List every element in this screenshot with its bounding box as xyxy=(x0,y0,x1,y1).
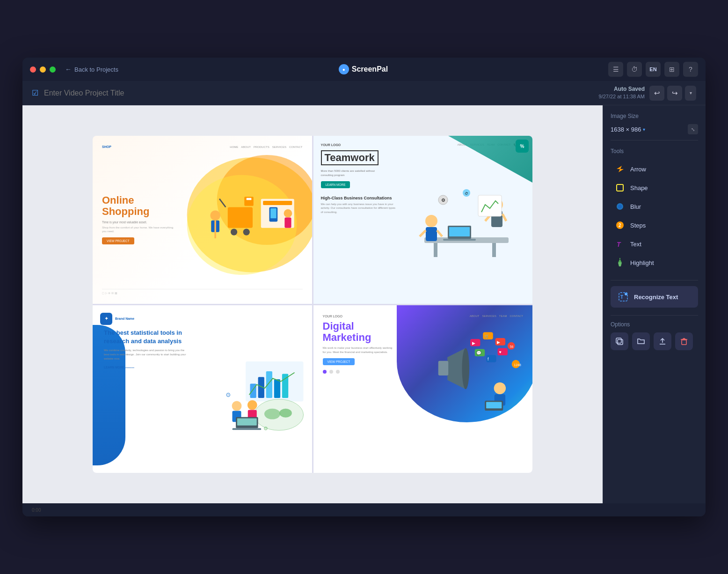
tools-section: Tools Arrow Shape xyxy=(603,142,706,278)
svg-rect-40 xyxy=(266,371,272,398)
svg-text:💬: 💬 xyxy=(476,350,481,356)
folder-button[interactable] xyxy=(632,332,650,350)
slide4-cta[interactable]: VIEW PROJECT xyxy=(323,358,355,365)
svg-rect-15 xyxy=(284,217,291,228)
svg-rect-89 xyxy=(618,339,623,345)
help-icon-button[interactable]: ? xyxy=(683,62,698,77)
recognize-text-label: Recognize Text xyxy=(634,294,678,301)
tool-arrow[interactable]: Arrow xyxy=(611,160,698,178)
tool-highlight[interactable]: Highlight xyxy=(611,254,698,272)
project-title-input[interactable] xyxy=(44,89,593,97)
back-button[interactable]: ← Back to Projects xyxy=(65,66,118,73)
svg-text:T: T xyxy=(620,294,623,300)
delete-button[interactable] xyxy=(675,332,693,350)
options-label: Options xyxy=(611,321,698,328)
resize-icon-button[interactable]: ⤡ xyxy=(688,124,698,134)
svg-line-31 xyxy=(502,214,506,221)
steps-label: Steps xyxy=(630,222,646,229)
image-size-section: Image Size 1638 × 986 ▾ ⤡ xyxy=(603,105,706,138)
svg-text:2: 2 xyxy=(619,223,621,228)
svg-text:▶: ▶ xyxy=(472,340,475,345)
redo-button[interactable]: ↪ xyxy=(667,86,682,101)
svg-line-27 xyxy=(437,230,442,236)
recognize-text-button[interactable]: T + Recognize Text xyxy=(611,286,698,308)
slide-4[interactable]: YOUR LOGO ABOUT SERVICES TEAM CONTACT Di… xyxy=(313,305,533,473)
app-window: ← Back to Projects ● ScreenPal ☰ ⏱ EN ⊞ … xyxy=(22,58,706,516)
svg-point-14 xyxy=(284,209,292,218)
svg-rect-13 xyxy=(270,208,276,218)
back-label: Back to Projects xyxy=(74,66,118,73)
bottom-info: 0:00 xyxy=(32,508,41,513)
slide3-illustration: ⚙ ⚙ xyxy=(194,353,312,442)
svg-text:⚙: ⚙ xyxy=(226,391,231,398)
slide-3[interactable]: ✦ Brand Name The best statistical tools … xyxy=(93,305,312,473)
svg-rect-32 xyxy=(478,195,502,216)
svg-text:T: T xyxy=(617,241,621,248)
logo-text: ScreenPal xyxy=(352,65,388,74)
svg-rect-41 xyxy=(274,379,280,398)
right-sidebar: Image Size 1638 × 986 ▾ ⤡ Tools xyxy=(603,105,706,503)
svg-rect-17 xyxy=(247,198,252,200)
slide4-title: DigitalMarketing xyxy=(323,321,407,343)
main-content: SHOP HOME ABOUT PRODUCTS SERVICES CONTAC… xyxy=(22,105,706,503)
svg-text:⏱: ⏱ xyxy=(465,191,468,196)
tools-divider xyxy=(611,140,698,140)
slide1-cta[interactable]: VIEW PROJECT xyxy=(102,237,134,244)
svg-rect-90 xyxy=(616,338,621,343)
options-row xyxy=(611,332,698,350)
project-icon: ☑ xyxy=(32,88,38,97)
history-dropdown-button[interactable]: ▾ xyxy=(685,86,696,101)
minimize-button[interactable] xyxy=(40,66,46,73)
svg-point-45 xyxy=(279,408,292,417)
maximize-button[interactable] xyxy=(50,66,56,73)
undo-redo-controls: ↩ ↪ ▾ xyxy=(649,86,696,101)
slide2-cta[interactable]: LEARN MORE xyxy=(321,181,350,188)
slide2-illustration: ⚙ ⏱ xyxy=(403,177,525,270)
svg-point-57 xyxy=(462,348,469,389)
slide-1[interactable]: SHOP HOME ABOUT PRODUCTS SERVICES CONTAC… xyxy=(93,136,312,304)
clock-icon-button[interactable]: ⏱ xyxy=(627,62,642,77)
svg-rect-51 xyxy=(237,418,257,425)
svg-point-74 xyxy=(494,382,505,394)
blur-label: Blur xyxy=(630,203,641,210)
image-size-label: Image Size xyxy=(611,113,698,119)
window-controls xyxy=(30,66,56,73)
slide1-desc: Time is your most valuable asset. xyxy=(102,220,172,224)
svg-text:🛒: 🛒 xyxy=(484,333,489,339)
slide3-title: The best statistical tools in research a… xyxy=(104,329,193,346)
list-icon-button[interactable]: ☰ xyxy=(608,62,623,77)
svg-rect-20 xyxy=(492,243,496,257)
svg-point-48 xyxy=(248,400,257,410)
svg-rect-52 xyxy=(233,428,262,430)
svg-rect-11 xyxy=(263,201,292,205)
svg-point-44 xyxy=(264,408,280,419)
upload-button[interactable] xyxy=(654,332,671,350)
undo-button[interactable]: ↩ xyxy=(649,86,664,101)
tool-blur[interactable]: Blur xyxy=(611,198,698,215)
svg-text:⚙: ⚙ xyxy=(263,426,268,431)
lang-button[interactable]: EN xyxy=(646,62,661,77)
svg-rect-56 xyxy=(438,361,448,375)
tool-shape[interactable]: Shape xyxy=(611,179,698,197)
blur-icon xyxy=(614,201,626,212)
steps-icon: 2 xyxy=(614,220,626,231)
tool-steps[interactable]: 2 Steps xyxy=(611,216,698,234)
slide-2[interactable]: YOUR LOGO ABOUT SERVICES TEAM CONTACT 📞 … xyxy=(313,136,533,304)
svg-rect-93 xyxy=(682,340,686,345)
svg-point-7 xyxy=(210,210,220,220)
slide1-title: OnlineShopping xyxy=(102,195,186,217)
close-button[interactable] xyxy=(30,66,36,73)
layers-icon-button[interactable]: ⊞ xyxy=(664,62,679,77)
svg-text:1248: 1248 xyxy=(514,363,521,366)
back-arrow-icon: ← xyxy=(65,66,72,73)
logo-icon: ● xyxy=(339,64,349,74)
svg-text:56: 56 xyxy=(510,345,513,348)
svg-rect-78 xyxy=(617,184,623,191)
options-section: Options xyxy=(603,317,706,356)
logo: ● ScreenPal xyxy=(339,64,388,74)
title-bar: ← Back to Projects ● ScreenPal ☰ ⏱ EN ⊞ … xyxy=(22,58,706,81)
size-dropdown-icon[interactable]: ▾ xyxy=(643,127,645,132)
copy-button[interactable] xyxy=(611,332,628,350)
tool-text[interactable]: T Text xyxy=(611,235,698,253)
svg-point-5 xyxy=(243,228,250,235)
